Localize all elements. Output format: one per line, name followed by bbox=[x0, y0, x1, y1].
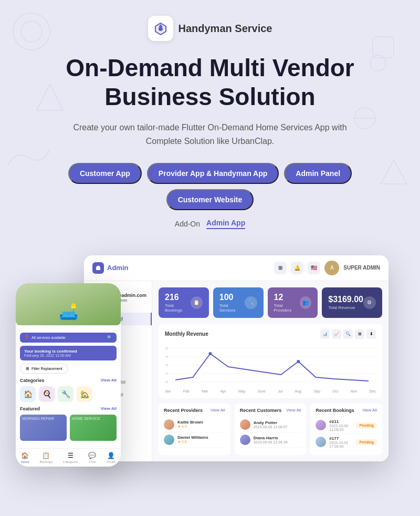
nav-home[interactable]: 🏠 Home bbox=[21, 452, 29, 463]
provider-row-1: Kaitie Brown ★ 4.5 bbox=[164, 417, 225, 432]
recent-providers-table: Recent Providers View All Kaitie Brown ★… bbox=[159, 404, 230, 455]
categories-label: Categories bbox=[20, 378, 45, 383]
stat-total-services: 100 Total Services 🔧 bbox=[213, 287, 264, 318]
services-stat-icon: 🔧 bbox=[245, 296, 257, 309]
mobile-bottom-nav: 🏠 Home 📋 Bookings ☰ Categories 💬 Chat 👤 bbox=[16, 448, 121, 467]
customer-row-1: Andy Potter 2023-09-06 13:08:57 bbox=[240, 417, 301, 432]
category-icon-3[interactable]: 🔧 bbox=[58, 386, 74, 402]
revenue-stat-icon: ⚙ bbox=[363, 296, 376, 309]
bell-icon[interactable]: 🔔 bbox=[291, 262, 303, 274]
nav-profile[interactable]: 👤 Profile bbox=[107, 452, 116, 463]
svg-point-18 bbox=[208, 352, 212, 355]
category-icons-row: 🏠 🍳 🔧 🏡 bbox=[20, 386, 117, 402]
category-icon-1[interactable]: 🏠 bbox=[20, 386, 36, 402]
featured-label: Featured bbox=[20, 406, 40, 411]
category-icon-2[interactable]: 🍳 bbox=[39, 386, 55, 402]
categories-section: Categories View All 🏠 🍳 🔧 🏡 bbox=[20, 378, 117, 402]
customer-avatar-2 bbox=[240, 435, 250, 445]
category-icon-4[interactable]: 🏡 bbox=[77, 386, 92, 402]
bookings-stat-icon: 📋 bbox=[191, 296, 203, 309]
bookings-view-all[interactable]: View All bbox=[362, 408, 377, 412]
svg-point-7 bbox=[159, 27, 163, 31]
bottom-tables: Recent Providers View All Kaitie Brown ★… bbox=[159, 404, 382, 455]
featured-cards-row: MORNING REPAIR HOME SERVICE bbox=[20, 415, 117, 441]
chart-icon-5[interactable]: ⬇ bbox=[366, 329, 376, 339]
monthly-revenue-chart: Monthly Revenue 📊 📈 🔍 ⊞ ⬇ bbox=[159, 324, 382, 398]
brand-name: Handyman Service bbox=[178, 23, 272, 35]
providers-stat-icon: 👥 bbox=[300, 296, 311, 309]
admin-header-right: ⊞ 🔔 🇺🇸 A SUPER ADMIN bbox=[274, 261, 380, 275]
categories-view-all[interactable]: View All bbox=[101, 378, 117, 383]
admin-main-content: 216 Total Bookings 📋 100 Total Services … bbox=[152, 281, 388, 461]
chart-icon-1[interactable]: 📊 bbox=[320, 329, 330, 339]
stat-total-bookings: 216 Total Bookings 📋 bbox=[159, 287, 209, 318]
featured-card-2[interactable]: HOME SERVICE bbox=[70, 415, 117, 441]
mobile-hero-image: 🛋️ bbox=[16, 283, 121, 325]
tag-provider-app[interactable]: Provider App & Handyman App bbox=[147, 163, 279, 184]
booking-status-1: Pending bbox=[356, 422, 377, 428]
booking-status-2: Pending bbox=[356, 439, 377, 445]
chart-months: Jan Feb Mar Apr May June Jul Aug Sep Oct… bbox=[165, 389, 376, 393]
booking-row-1: #211 2023-10-06 11:08:00 Pending bbox=[316, 417, 377, 434]
addon-row: Add-On Admin App bbox=[175, 219, 245, 229]
nav-categories[interactable]: ☰ Categories bbox=[63, 452, 78, 463]
nav-bookings[interactable]: 📋 Bookings bbox=[39, 452, 52, 463]
customers-view-all[interactable]: View All bbox=[286, 408, 301, 412]
recent-customers-table: Recent Customers View All Andy Potter 20… bbox=[235, 404, 307, 455]
featured-view-all[interactable]: View All bbox=[101, 406, 117, 411]
addon-prefix: Add-On bbox=[175, 220, 200, 228]
mobile-mockup: 🛋️ 📍 All services available 🔍 Your booki… bbox=[16, 283, 121, 467]
brand-logo: Handyman Service bbox=[148, 16, 272, 41]
booking-row-2: #177 2023-10-01 17:36:00 Pending bbox=[316, 434, 377, 451]
brand-icon bbox=[148, 16, 173, 41]
addon-active[interactable]: Admin App bbox=[206, 219, 245, 229]
provider-avatar-2 bbox=[164, 435, 174, 445]
recent-bookings-table: Recent Bookings View All #211 2023-10-06… bbox=[310, 404, 382, 455]
nav-chat[interactable]: 💬 Chat bbox=[88, 452, 96, 463]
admin-logo-icon bbox=[92, 262, 104, 274]
booking-avatar-2 bbox=[316, 437, 326, 447]
admin-body: A admin@admin.com admin Admin Dashboard … bbox=[84, 281, 388, 461]
tag-customer-website[interactable]: Customer Website bbox=[166, 189, 254, 210]
customer-row-2: Diana Harris 2023-09-06 13:34:34 bbox=[240, 432, 301, 448]
grid-icon[interactable]: ⊞ bbox=[274, 262, 287, 274]
super-admin-label: SUPER ADMIN bbox=[343, 265, 380, 271]
filter-button[interactable]: ⊞ Filter Replacement bbox=[20, 364, 68, 374]
provider-row-2: Daniel Williams ★ 4.6 bbox=[164, 432, 225, 448]
mobile-confirm-bar: Your booking is confirmed February 25, 2… bbox=[20, 346, 117, 360]
provider-avatar-1 bbox=[164, 419, 174, 430]
stat-total-providers: 12 Total Providers 👥 bbox=[268, 287, 318, 318]
revenue-chart-svg: 6 4 3 2 0 bbox=[165, 343, 376, 385]
admin-panel-mockup: Admin ⊞ 🔔 🇺🇸 A SUPER ADMIN A admin@admin… bbox=[84, 255, 388, 461]
providers-view-all[interactable]: View All bbox=[211, 408, 225, 412]
subtitle: Create your own tailor-made Flutter On-D… bbox=[63, 121, 357, 148]
featured-section: Featured View All MORNING REPAIR HOME SE… bbox=[20, 406, 117, 441]
main-title: On-Demand Multi Vendor Business Solution bbox=[66, 54, 354, 111]
chart-controls: 📊 📈 🔍 ⊞ ⬇ bbox=[320, 329, 376, 339]
mobile-location-bar: 📍 All services available 🔍 bbox=[20, 333, 117, 343]
admin-header: Admin ⊞ 🔔 🇺🇸 A SUPER ADMIN bbox=[84, 255, 388, 281]
flag-icon[interactable]: 🇺🇸 bbox=[308, 262, 320, 274]
svg-point-19 bbox=[297, 360, 300, 363]
tag-customer-app[interactable]: Customer App bbox=[68, 163, 142, 184]
tag-admin-panel[interactable]: Admin Panel bbox=[284, 163, 352, 184]
chart-icon-3[interactable]: 🔍 bbox=[343, 329, 353, 339]
featured-card-1[interactable]: MORNING REPAIR bbox=[20, 415, 67, 441]
chart-icon-2[interactable]: 📈 bbox=[332, 329, 341, 339]
customer-avatar-1 bbox=[240, 419, 250, 430]
chart-icon-4[interactable]: ⊞ bbox=[355, 329, 364, 339]
admin-avatar-header: A bbox=[324, 261, 339, 275]
stat-cards: 216 Total Bookings 📋 100 Total Services … bbox=[159, 287, 382, 318]
tags-row: Customer App Provider App & Handyman App… bbox=[32, 163, 388, 210]
admin-logo: Admin bbox=[92, 262, 128, 274]
stat-total-revenue: $3169.00 Total Revenue ⚙ bbox=[322, 287, 382, 318]
preview-section: 🛋️ 📍 All services available 🔍 Your booki… bbox=[0, 255, 420, 477]
booking-avatar-1 bbox=[316, 420, 326, 430]
